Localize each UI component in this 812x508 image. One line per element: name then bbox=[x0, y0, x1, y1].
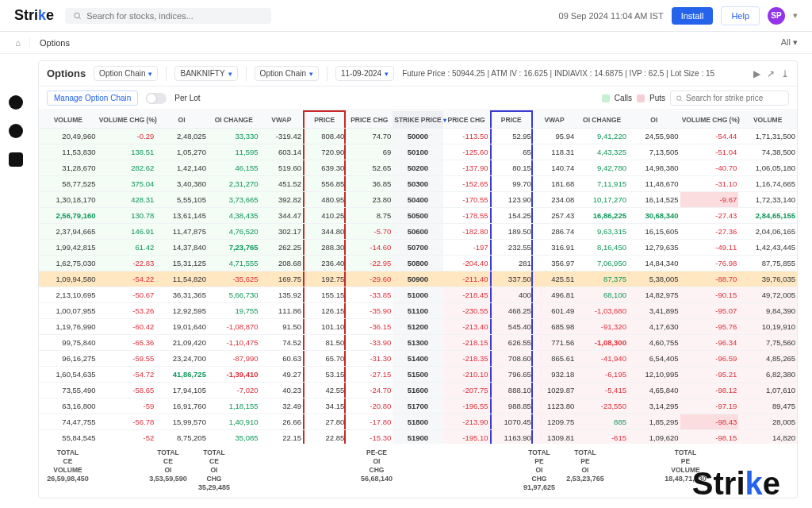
col-header[interactable]: VWAP bbox=[533, 111, 576, 129]
table-row[interactable]: 1,09,94,580-54.2211,54,820-35,625169.751… bbox=[39, 271, 797, 287]
strike-cell[interactable]: 51300 bbox=[393, 335, 442, 351]
download-icon[interactable]: ⤓ bbox=[781, 68, 789, 79]
total-value: 26,59,98,450 bbox=[42, 475, 94, 484]
col-header[interactable]: VWAP bbox=[260, 111, 303, 129]
total-label: TOTALCEOICHG bbox=[191, 448, 237, 483]
search-input[interactable] bbox=[86, 11, 263, 21]
strike-cell[interactable]: 50000 bbox=[393, 129, 442, 144]
total-label: TOTALPEOICHG bbox=[516, 448, 562, 483]
strike-cell[interactable]: 51800 bbox=[393, 414, 442, 430]
side-nav-pie-icon[interactable] bbox=[9, 124, 23, 138]
col-header[interactable]: VOLUME CHG (%) bbox=[98, 111, 156, 129]
col-header[interactable]: STRIKE PRICE ▾ bbox=[393, 111, 442, 129]
strike-cell[interactable]: 51400 bbox=[393, 351, 442, 367]
table-row[interactable]: 1,62,75,030-22.8315,31,1254,71,555208.68… bbox=[39, 256, 797, 271]
col-header[interactable]: VOLUME bbox=[39, 111, 98, 129]
install-button[interactable]: Install bbox=[672, 7, 714, 25]
breadcrumb-page: Options bbox=[40, 38, 70, 48]
table-row[interactable]: 96,16,275-59.5523,24,700-87,99060.6365.7… bbox=[39, 351, 797, 367]
strike-search[interactable] bbox=[670, 90, 789, 106]
strike-cell[interactable]: 50200 bbox=[393, 160, 442, 176]
chevron-down-icon[interactable]: ▾ bbox=[793, 10, 798, 21]
col-header[interactable]: OI bbox=[628, 111, 680, 129]
col-header[interactable]: PRICE CHG bbox=[443, 111, 490, 129]
chip-symbol[interactable]: BANKNIFTY▾ bbox=[174, 66, 237, 81]
brand-logo: Strike bbox=[14, 7, 54, 24]
total-value: 2,53,23,765 bbox=[562, 475, 608, 484]
help-button[interactable]: Help bbox=[721, 6, 760, 25]
strike-cell[interactable]: 50400 bbox=[393, 192, 442, 208]
table-row[interactable]: 20,49,960-0.292,48,02533,330-319.42808.4… bbox=[39, 129, 797, 144]
table-row[interactable]: 1,99,42,81561.4214,37,8407,23,765262.252… bbox=[39, 240, 797, 256]
share-icon[interactable]: ↗ bbox=[767, 68, 775, 79]
col-header[interactable]: VOLUME bbox=[738, 111, 797, 129]
table-row[interactable]: 63,16,800-5916,91,7601,18,15532.4934.15-… bbox=[39, 398, 797, 414]
strike-cell[interactable]: 50500 bbox=[393, 208, 442, 224]
legend-puts-label: Puts bbox=[649, 94, 665, 102]
legend-calls-swatch bbox=[602, 94, 610, 102]
per-lot-label: Per Lot bbox=[174, 94, 200, 102]
view-all-dropdown[interactable]: All ▾ bbox=[781, 37, 798, 48]
col-header[interactable]: OI CHANGE bbox=[576, 111, 628, 129]
chip-view[interactable]: Option Chain▾ bbox=[94, 66, 158, 81]
strike-cell[interactable]: 50800 bbox=[393, 256, 442, 271]
legend-puts-swatch bbox=[637, 94, 645, 102]
strike-cell[interactable]: 51000 bbox=[393, 287, 442, 303]
col-header[interactable]: PRICE bbox=[490, 111, 533, 129]
chip-type[interactable]: Option Chain▾ bbox=[255, 66, 319, 81]
total-value: 91,97,625 bbox=[516, 483, 562, 493]
col-header[interactable]: PRICE bbox=[303, 111, 346, 129]
table-row[interactable]: 1,30,18,170428.315,55,1053,73,665392.824… bbox=[39, 192, 797, 208]
page-title: Options bbox=[47, 67, 86, 79]
strike-cell[interactable]: 51500 bbox=[393, 367, 442, 383]
strike-cell[interactable]: 50300 bbox=[393, 176, 442, 192]
table-row[interactable]: 31,28,670282.621,42,14046,155519.60639.3… bbox=[39, 160, 797, 176]
total-label: TOTALCEOI bbox=[145, 448, 191, 475]
strike-search-input[interactable] bbox=[686, 94, 783, 102]
col-header[interactable]: OI bbox=[155, 111, 208, 129]
chip-expiry[interactable]: 11-09-2024▾ bbox=[335, 66, 394, 81]
table-row[interactable]: 55,84,545-528,75,20535,08522.1522.85-15.… bbox=[39, 430, 797, 444]
table-row[interactable]: 1,19,76,990-60.4219,01,640-1,08,87091.50… bbox=[39, 319, 797, 335]
chevron-down-icon: ▾ bbox=[309, 70, 313, 78]
avatar[interactable]: SP bbox=[768, 7, 785, 25]
table-row[interactable]: 2,37,94,665146.9111,47,8754,76,520302.17… bbox=[39, 224, 797, 240]
footer-brand-logo: Strike bbox=[692, 466, 780, 502]
home-icon[interactable]: ⌂ bbox=[14, 38, 30, 48]
table-row[interactable]: 74,47,755-56.7815,99,5701,40,91026.6627.… bbox=[39, 414, 797, 430]
table-row[interactable]: 2,13,10,695-50.6736,31,3655,66,730135.92… bbox=[39, 287, 797, 303]
strike-cell[interactable]: 51100 bbox=[393, 303, 442, 319]
col-header[interactable]: OI CHANGE bbox=[208, 111, 260, 129]
table-row[interactable]: 1,60,54,635-54.7241,86,725-1,39,41049.27… bbox=[39, 367, 797, 383]
total-value: 3,53,59,590 bbox=[145, 475, 191, 484]
strike-cell[interactable]: 50600 bbox=[393, 224, 442, 240]
table-row[interactable]: 99,75,840-65.3621,09,420-1,10,47574.5281… bbox=[39, 335, 797, 351]
per-lot-toggle[interactable] bbox=[146, 93, 167, 104]
strike-cell[interactable]: 51600 bbox=[393, 383, 442, 398]
search-icon bbox=[73, 11, 82, 21]
total-label: TOTALCEVOLUME bbox=[42, 448, 94, 475]
global-search[interactable] bbox=[65, 8, 271, 24]
strike-cell[interactable]: 50700 bbox=[393, 240, 442, 256]
table-row[interactable]: 73,55,490-58.6517,94,105-7,02040.2342.55… bbox=[39, 383, 797, 398]
strike-cell[interactable]: 51700 bbox=[393, 398, 442, 414]
side-nav-book-icon[interactable] bbox=[9, 152, 23, 167]
table-row[interactable]: 2,56,79,160130.7813,61,1454,38,435344.47… bbox=[39, 208, 797, 224]
strike-cell[interactable]: 51200 bbox=[393, 319, 442, 335]
table-row[interactable]: 11,53,830138.511,05,27011,595603.14720.9… bbox=[39, 144, 797, 160]
chevron-down-icon: ▾ bbox=[385, 70, 389, 78]
col-header[interactable]: PRICE CHG bbox=[346, 111, 393, 129]
table-row[interactable]: 1,00,07,955-53.2612,92,59519,755111.8612… bbox=[39, 303, 797, 319]
side-nav-compass-icon[interactable] bbox=[9, 95, 23, 110]
strike-cell[interactable]: 50900 bbox=[393, 271, 442, 287]
svg-point-0 bbox=[75, 13, 79, 17]
youtube-icon[interactable]: ▶ bbox=[753, 68, 760, 79]
strike-cell[interactable]: 50100 bbox=[393, 144, 442, 160]
manage-option-chain-button[interactable]: Manage Option Chain bbox=[47, 90, 138, 106]
total-value: 35,29,485 bbox=[191, 483, 237, 493]
col-header[interactable]: VOLUME CHG (%) bbox=[680, 111, 739, 129]
table-row[interactable]: 58,77,525375.043,40,3802,31,270451.52556… bbox=[39, 176, 797, 192]
search-icon bbox=[676, 94, 683, 102]
option-chain-table: VOLUMEVOLUME CHG (%)OIOI CHANGEVWAPPRICE… bbox=[39, 110, 797, 444]
strike-cell[interactable]: 51900 bbox=[393, 430, 442, 444]
